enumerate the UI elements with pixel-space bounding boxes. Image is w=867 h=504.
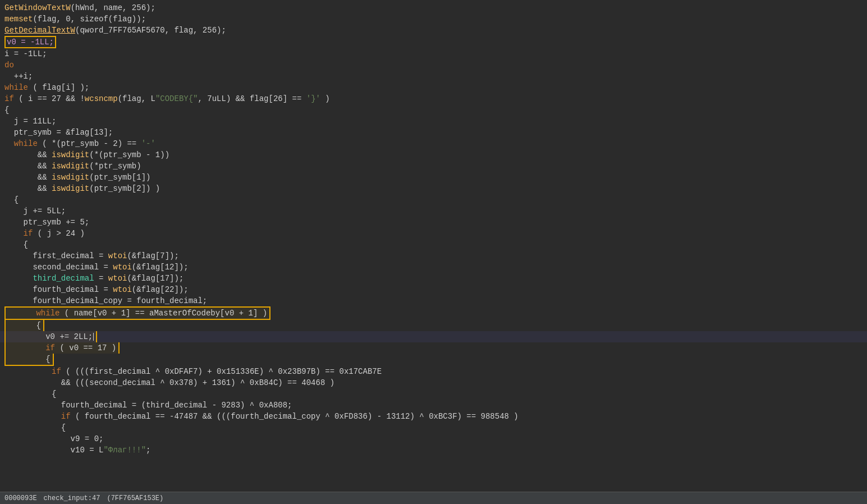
code-line-26: fourth_decimal = wtoi(&flag[22]); xyxy=(0,284,867,295)
open-brace-4: { xyxy=(4,388,56,400)
code-line-14: && iswdigit(*(ptr_symb - 1)) xyxy=(0,149,867,161)
if-cond-5-text: ( fourth_decimal == -47487 && (((fourth_… xyxy=(71,411,519,422)
v9-assign: v9 = 0; xyxy=(4,433,103,445)
code-line-30: v0 += 2LL; xyxy=(0,331,867,342)
while-cond-2c: && xyxy=(4,161,52,172)
code-line-31: if ( v0 == 17 ) xyxy=(0,342,867,354)
if-cond-1: ( i == 27 && ! xyxy=(14,93,85,104)
code-line-40: v10 = L"Флаг!!!"; xyxy=(0,445,867,456)
fn-getwindowtextw: GetWindowTextW xyxy=(4,2,71,13)
wtoi-arg-4: (&flag[22]); xyxy=(132,284,189,295)
while-block-start: while ( name[v0 + 1] == aMasterOfCodeby[… xyxy=(4,306,270,320)
iswdigit-arg-3: (ptr_symb[1]) xyxy=(89,172,150,183)
while-cond-2d: && xyxy=(4,172,52,183)
code-line-33: if ( (((first_decimal ^ 0xDFAF7) + 0x151… xyxy=(0,366,867,377)
code-line-17: && iswdigit(ptr_symb[2]) ) xyxy=(0,183,867,194)
code-line-21: if ( j > 24 ) xyxy=(0,228,867,239)
open-brace-3: { xyxy=(4,239,28,250)
semicolon-40: ; xyxy=(146,445,150,456)
fn-iswdigit-3: iswdigit xyxy=(52,172,89,183)
wtoi-arg-3: (&flag[17]); xyxy=(127,273,184,284)
open-brace-5: { xyxy=(4,422,66,433)
ptr-symb-plus: ptr_symb += 5; xyxy=(4,217,89,228)
iswdigit-arg-2: (*ptr_symb) xyxy=(89,161,141,172)
code-line-15: && iswdigit(*ptr_symb) xyxy=(0,161,867,172)
code-line-39: v9 = 0; xyxy=(0,433,867,445)
while-cond-2a: ( *(ptr_symb - 2) == xyxy=(38,138,141,149)
if-close-1: ) xyxy=(320,93,330,104)
code-line-35: { xyxy=(0,388,867,400)
kw-do: do xyxy=(4,59,14,71)
fn-getdecimaltextw: GetDecimalTextW xyxy=(4,25,75,36)
while-block-inner-brace: { xyxy=(4,354,54,366)
if-cond-3-text: ( (((first_decimal ^ 0xDFAF7) + 0x151336… xyxy=(61,366,382,377)
str-brace: '}' xyxy=(306,93,320,104)
if-cond-4-text: && (((second_decimal ^ 0x378) + 1361) ^ … xyxy=(4,377,334,388)
code-line-10: { xyxy=(0,104,867,116)
status-func: check_input:47 xyxy=(44,494,100,502)
fourth-decimal-calc: fourth_decimal = (third_decimal - 9283) … xyxy=(4,400,292,411)
i-assignment: i = -1LL; xyxy=(4,48,47,59)
code-line-24: second_decimal = wtoi(&flag[12]); xyxy=(0,262,867,273)
str-flag: "Флаг!!!" xyxy=(103,445,146,456)
code-line-12: ptr_symb = &flag[13]; xyxy=(0,127,867,138)
fn-wtoi-4: wtoi xyxy=(113,284,132,295)
fn-wtoi-1: wtoi xyxy=(108,250,127,262)
code-line-9: if ( i == 27 && !wcsncmp(flag, L"CODEBY{… xyxy=(0,93,867,104)
fn-memset: memset xyxy=(4,13,33,25)
args-3: (qword_7FF765AF5670, flag, 256); xyxy=(75,25,226,36)
first-decimal-assign: first_decimal = xyxy=(4,250,108,262)
code-line-29: { xyxy=(0,320,867,331)
code-line-28: while ( name[v0 + 1] == aMasterOfCodeby[… xyxy=(0,306,867,320)
kw-while-1: while xyxy=(4,82,28,93)
fourth-decimal-copy: fourth_decimal_copy = fourth_decimal; xyxy=(4,295,207,306)
v0-plus-assign: v0 += 2LL; xyxy=(4,331,97,342)
third-decimal-eq: = xyxy=(94,273,108,284)
code-line-6: do xyxy=(0,59,867,71)
kw-if-4: if xyxy=(4,411,71,422)
code-line-8: while ( flag[i] ); xyxy=(0,82,867,93)
status-offset: (7FF765AF153E) xyxy=(107,494,163,502)
ptr-symb-assign: ptr_symb = &flag[13]; xyxy=(4,127,113,138)
code-line-37: if ( fourth_decimal == -47487 && (((four… xyxy=(0,411,867,422)
code-line-36: fourth_decimal = (third_decimal - 9283) … xyxy=(0,400,867,411)
str-codeby: "CODEBY{" xyxy=(155,93,198,104)
j-assign: j = 11LL; xyxy=(4,116,56,127)
code-line-1: GetWindowTextW(hWnd, name, 256); xyxy=(0,2,867,13)
third-decimal-label: third_decimal xyxy=(4,273,94,284)
code-line-4: v0 = -1LL; xyxy=(0,36,867,48)
code-line-3: GetDecimalTextW(qword_7FF765AF5670, flag… xyxy=(0,25,867,36)
j-plus-assign: j += 5LL; xyxy=(4,205,66,217)
v0-assignment: v0 = -1LL; xyxy=(4,36,56,48)
increment-i: ++i; xyxy=(4,71,33,82)
wtoi-arg-1: (&flag[7]); xyxy=(127,250,178,262)
args-2: (flag, 0, sizeof(flag)); xyxy=(33,13,146,25)
fn-wtoi-2: wtoi xyxy=(113,262,132,273)
kw-if-1: if xyxy=(4,93,14,104)
kw-while-2: while xyxy=(4,138,38,149)
code-line-5: i = -1LL; xyxy=(0,48,867,59)
wcsncmp-args: (flag, L xyxy=(118,93,155,104)
fn-iswdigit-2: iswdigit xyxy=(52,161,89,172)
while-cond-2b: && xyxy=(4,149,52,161)
while-block-brace: { xyxy=(4,320,44,331)
iswdigit-arg-4: (ptr_symb[2]) ) xyxy=(89,183,160,194)
code-line-34: && (((second_decimal ^ 0x378) + 1361) ^ … xyxy=(0,377,867,388)
second-decimal-assign: second_decimal = xyxy=(4,262,113,273)
if-cond-2: ( j > 24 ) xyxy=(33,228,84,239)
code-editor: GetWindowTextW(hWnd, name, 256); memset(… xyxy=(0,0,867,458)
code-line-32: { xyxy=(0,354,867,366)
code-line-13: while ( *(ptr_symb - 2) == '-' xyxy=(0,138,867,149)
while-cond-2e: && xyxy=(4,183,52,194)
wcsncmp-rest: , 7uLL) && flag[26] == xyxy=(198,93,306,104)
kw-if-3: if xyxy=(52,366,61,377)
code-line-23: first_decimal = wtoi(&flag[7]); xyxy=(0,250,867,262)
fourth-decimal-assign: fourth_decimal = xyxy=(4,284,113,295)
wtoi-arg-2: (&flag[12]); xyxy=(132,262,189,273)
v10-assign: v10 = L xyxy=(4,445,103,456)
status-address: 0000093E xyxy=(4,494,37,502)
iswdigit-arg-1: (*(ptr_symb - 1)) xyxy=(89,149,169,161)
while-block-if: if ( v0 == 17 ) xyxy=(4,342,120,354)
code-line-20: ptr_symb += 5; xyxy=(0,217,867,228)
code-line-11: j = 11LL; xyxy=(0,116,867,127)
